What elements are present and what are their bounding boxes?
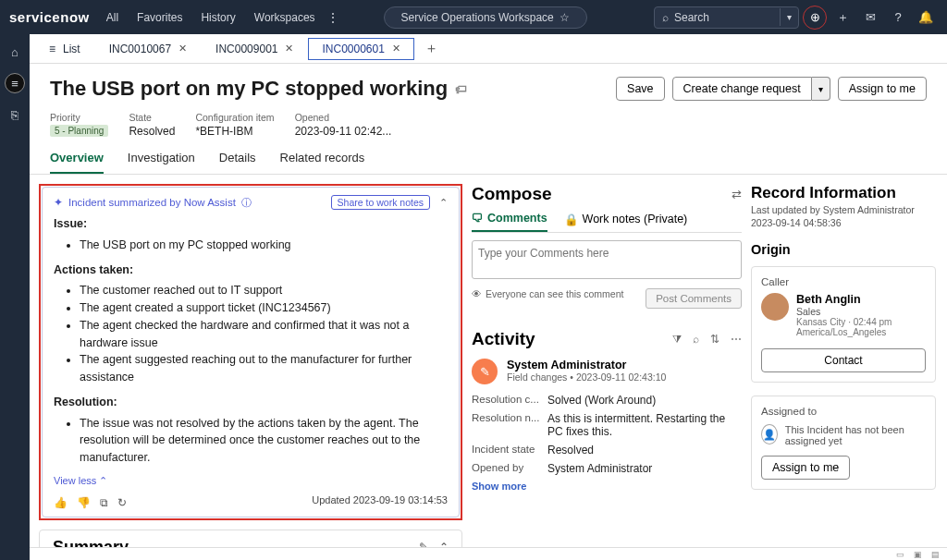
tab-investigation[interactable]: Investigation [128,151,195,174]
field-label: Resolution c... [472,394,547,407]
left-rail: ⌂ ≡ ⎘ [0,34,30,560]
caller-dept: Sales [796,306,892,317]
status-icon: ▭ [896,550,904,558]
collapse-icon[interactable]: ⌃ [439,197,448,209]
close-icon[interactable]: ✕ [392,43,400,55]
ci-link[interactable]: *BETH-IBM [195,125,274,138]
tag-icon[interactable]: 🏷 [455,82,467,96]
list-icon[interactable]: ≡ [5,73,25,93]
field-value: As this is intermittent. Restarting the … [547,412,742,438]
detail-tabs: Overview Investigation Details Related r… [30,138,947,175]
assign-to-me-button[interactable]: Assign to me [838,77,927,101]
nav-more-icon[interactable]: ⋮ [326,10,339,25]
field-value: Solved (Work Around) [547,394,742,407]
create-change-button[interactable]: Create change request [672,77,812,101]
collapse-icon[interactable]: ⌃ [439,541,449,547]
assist-heading: Incident summarized by Now Assist [68,197,236,208]
field-label: Opened by [472,462,547,475]
action-item: The customer reached out to IT support [80,282,448,299]
activity-meta: Field changes • 2023-09-11 02:43:10 [507,371,666,383]
help-icon[interactable]: ? [886,6,910,30]
nav-history[interactable]: History [201,11,235,24]
tab-overview[interactable]: Overview [50,151,104,174]
lock-icon: 🔒 [564,213,579,226]
nav-workspaces[interactable]: Workspaces [254,11,315,24]
comments-input[interactable] [472,240,742,279]
workspace-label: Service Operations Workspace [401,11,554,24]
global-search[interactable]: ⌕Search ▾ [654,6,799,29]
thumbs-up-icon[interactable]: 👍 [54,496,68,509]
state-value: Resolved [129,125,175,138]
post-comments-button[interactable]: Post Comments [646,288,742,309]
plus-icon[interactable]: ＋ [830,6,855,30]
tab-inc0010067[interactable]: INC0010067✕ [95,38,201,60]
contact-button[interactable]: Contact [761,348,926,372]
filter-icon[interactable]: ⧩ [672,333,682,346]
sparkle-icon: ✦ [54,196,63,209]
caller-name: Beth Anglin [796,293,892,306]
activity-title: Activity [472,329,535,349]
resolution-item: The issue was not resolved by the action… [80,415,448,467]
worknotes-tab[interactable]: 🔒Work notes (Private) [564,212,688,232]
copy-icon[interactable]: ⧉ [100,496,108,509]
save-button[interactable]: Save [616,77,665,101]
chat-icon: 🗨 [472,212,484,225]
activity-author: System Administrator [507,359,666,371]
globe-icon[interactable]: ⊕ [803,6,827,30]
issue-item: The USB port on my PC stopped working [80,237,448,254]
search-icon[interactable]: ⌕ [693,333,699,346]
caller-label: Caller [761,276,926,287]
chat-icon[interactable]: ✉ [858,6,882,30]
view-less-link[interactable]: View less ⌃ [54,475,107,486]
origin-heading: Origin [751,242,936,257]
thumbs-down-icon[interactable]: 👎 [77,496,91,509]
opened-value: 2023-09-11 02:42... [295,125,392,138]
list-icon: ≡ [49,43,55,55]
summary-title: Summary [53,538,129,547]
info-icon[interactable]: ⓘ [241,196,252,210]
visibility-note: Everyone can see this comment [486,288,623,299]
sort-icon[interactable]: ⇅ [710,333,719,346]
status-bar: ▭ ▣ ▤ [30,547,947,560]
page-title: The USB port on my PC stopped working 🏷 [50,77,467,101]
bell-icon[interactable]: 🔔 [914,6,938,30]
share-to-worknotes-button[interactable]: Share to work notes [331,195,430,210]
search-placeholder: Search [674,11,709,24]
inbox-icon[interactable]: ⎘ [5,104,25,125]
nav-favorites[interactable]: Favorites [137,11,182,24]
new-tab-icon[interactable]: ＋ [415,40,448,57]
refresh-icon[interactable]: ↻ [117,496,127,509]
tab-list[interactable]: ≡List [35,38,94,60]
field-value: Resolved [547,444,742,457]
assign-to-me-button[interactable]: Assign to me [761,456,850,480]
show-more-link[interactable]: Show more [472,481,742,492]
close-icon[interactable]: ✕ [178,43,187,55]
status-icon: ▤ [931,550,940,558]
summary-card: Summary ✎⌃ Short description The USB por… [39,530,462,547]
star-icon[interactable]: ☆ [560,11,570,24]
home-icon[interactable]: ⌂ [5,42,25,62]
caller-tz: America/Los_Angeles [796,327,892,337]
record-info-title: Record Information [751,184,936,202]
edit-icon[interactable]: ✎ [419,541,428,547]
tab-details[interactable]: Details [219,151,256,174]
create-change-caret-icon[interactable]: ▾ [812,77,830,101]
now-assist-highlight: ✦ Incident summarized by Now Assist ⓘ Sh… [39,184,462,520]
status-icon: ▣ [914,550,922,558]
field-label: Incident state [472,444,547,457]
tab-inc0000601[interactable]: INC0000601✕ [308,38,413,60]
assigned-card: Assigned to 👤 This Incident has not been… [751,396,936,490]
top-nav: servicenow All Favorites History Workspa… [0,0,947,34]
nav-all[interactable]: All [106,11,118,24]
workspace-pill[interactable]: Service Operations Workspace ☆ [384,6,587,29]
tab-related[interactable]: Related records [280,151,365,174]
search-caret-icon[interactable]: ▾ [780,8,798,26]
tab-inc0009001[interactable]: INC0009001✕ [202,38,307,60]
close-icon[interactable]: ✕ [285,43,293,55]
comments-tab[interactable]: 🗨Comments [472,212,547,232]
nav-items: All Favorites History Workspaces [106,11,315,24]
now-assist-card: ✦ Incident summarized by Now Assist ⓘ Sh… [42,187,460,517]
compose-config-icon[interactable]: ⇄ [732,188,742,201]
more-icon[interactable]: ⋯ [731,333,742,346]
record-meta: Priority5 - Planning StateResolved Confi… [30,104,947,138]
